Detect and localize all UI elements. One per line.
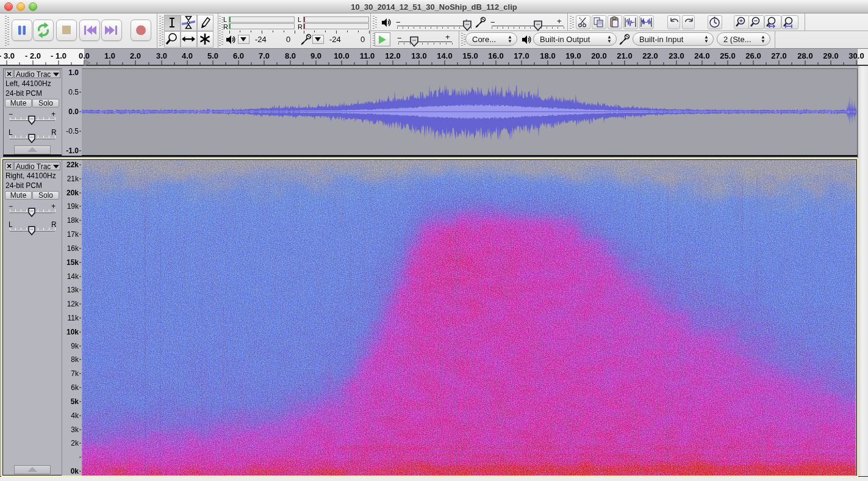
svg-text:1.0: 1.0 (104, 51, 115, 60)
svg-text:26.0: 26.0 (745, 51, 761, 60)
svg-text:30.0: 30.0 (848, 51, 864, 60)
svg-text:17k: 17k (67, 230, 79, 239)
svg-text:- 2.0: - 2.0 (25, 51, 41, 60)
svg-text:22.0: 22.0 (642, 51, 658, 60)
svg-text:16k: 16k (67, 244, 79, 253)
svg-text:10k: 10k (66, 328, 79, 336)
svg-text:25.0: 25.0 (720, 51, 735, 60)
svg-text:- 1.0: - 1.0 (51, 51, 66, 60)
svg-text:7.0: 7.0 (259, 51, 270, 60)
svg-text:14.0: 14.0 (437, 51, 452, 60)
svg-text:0.0: 0.0 (79, 51, 90, 60)
svg-text:2.0: 2.0 (130, 51, 141, 60)
svg-text:7k: 7k (71, 369, 79, 378)
svg-text:18.0: 18.0 (540, 51, 555, 60)
svg-text:4.0: 4.0 (182, 51, 193, 60)
svg-text:5.0: 5.0 (207, 51, 218, 60)
svg-text:6k: 6k (71, 383, 79, 392)
svg-text:16.0: 16.0 (488, 51, 503, 60)
svg-text:24.0: 24.0 (694, 51, 709, 60)
svg-text:5k: 5k (71, 397, 79, 406)
svg-text:3k: 3k (71, 425, 79, 434)
svg-text:-1.0: -1.0 (66, 146, 79, 155)
svg-text:4k: 4k (71, 411, 79, 420)
svg-text:12k: 12k (67, 300, 79, 308)
svg-text:18k: 18k (67, 216, 79, 225)
svg-text:28.0: 28.0 (797, 51, 812, 60)
svg-text:6.0: 6.0 (233, 51, 244, 60)
svg-text:29.0: 29.0 (823, 51, 838, 60)
svg-text:-0.5: -0.5 (66, 127, 79, 136)
svg-text:20k: 20k (66, 189, 79, 197)
svg-text:8.0: 8.0 (285, 51, 296, 60)
svg-text:27.0: 27.0 (771, 51, 786, 60)
svg-text:8k: 8k (71, 355, 79, 364)
svg-text:10.0: 10.0 (334, 51, 349, 60)
svg-text:14k: 14k (67, 272, 79, 281)
svg-text:17.0: 17.0 (514, 51, 529, 60)
svg-text:11.0: 11.0 (360, 51, 375, 60)
svg-text:3.0: 3.0 (156, 51, 167, 60)
svg-text:21.0: 21.0 (617, 51, 632, 60)
svg-text:0k: 0k (71, 467, 79, 476)
svg-text:23.0: 23.0 (669, 51, 684, 60)
svg-text:9.0: 9.0 (310, 51, 321, 60)
svg-text:15.0: 15.0 (462, 51, 478, 60)
svg-text:21k: 21k (67, 175, 79, 183)
svg-text:9k: 9k (71, 342, 79, 350)
svg-text:13.0: 13.0 (411, 51, 426, 60)
svg-text:12.0: 12.0 (385, 51, 400, 60)
svg-text:19k: 19k (67, 202, 79, 211)
svg-text:11k: 11k (68, 314, 79, 322)
svg-text:0.0: 0.0 (68, 107, 79, 116)
svg-text:20.0: 20.0 (591, 51, 606, 60)
svg-text:1.0: 1.0 (68, 68, 79, 77)
svg-text:19.0: 19.0 (565, 51, 581, 60)
svg-text:13k: 13k (67, 286, 79, 294)
svg-text:0.5: 0.5 (68, 88, 79, 96)
svg-text:- 3.0: - 3.0 (0, 51, 15, 60)
svg-text:22k: 22k (66, 161, 79, 169)
svg-text:2k: 2k (71, 439, 79, 447)
svg-text:15k: 15k (66, 258, 79, 267)
